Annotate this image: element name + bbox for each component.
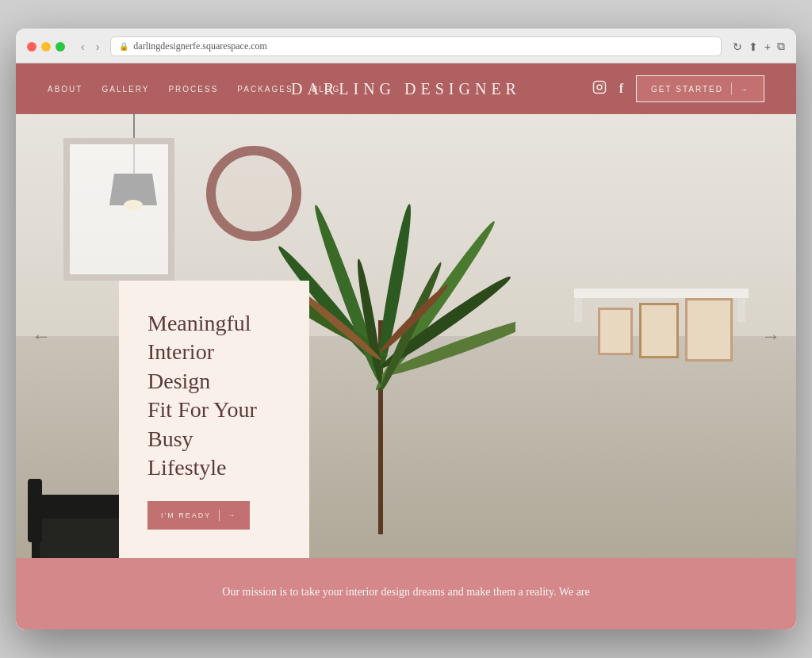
hero-heading-line1: Meaningful (147, 311, 251, 335)
frame-1 (685, 298, 733, 362)
minimize-button[interactable] (41, 42, 51, 52)
site-header: ABOUT GALLERY PROCESS PACKAGES BLOG DARL… (16, 63, 796, 114)
forward-button[interactable]: › (93, 39, 103, 55)
get-started-arrow: → (740, 85, 749, 94)
hero-next-button[interactable]: → (761, 325, 780, 347)
sofa-arm-left (28, 479, 42, 542)
round-mirror (206, 146, 301, 241)
hero-heading-line4: Busy Lifestyle (147, 427, 227, 480)
maximize-button[interactable] (56, 42, 65, 52)
hero-heading-line3: Fit For Your (147, 397, 257, 422)
hero-section: ← → Meaningful Interior Design Fit For Y… (16, 114, 796, 558)
new-tab-button[interactable]: + (764, 40, 771, 53)
nav-gallery[interactable]: GALLERY (102, 85, 149, 94)
duplicate-button[interactable]: ⧉ (777, 40, 785, 53)
shelf-bracket-left (574, 298, 582, 322)
hero-heading-line2: Interior Design (147, 339, 214, 392)
facebook-icon[interactable]: f (619, 82, 623, 96)
get-started-label: GET STARTED (651, 85, 723, 94)
svg-point-1 (597, 85, 602, 90)
im-ready-button[interactable]: I'M READY → (147, 501, 250, 530)
svg-point-2 (602, 83, 603, 85)
nav-process[interactable]: PROCESS (168, 85, 218, 94)
frame-2 (639, 303, 679, 358)
share-button[interactable]: ⬆ (749, 40, 758, 53)
address-bar[interactable]: 🔒 darlingdesignerfe.squarespace.com (110, 36, 721, 56)
lock-icon: 🔒 (119, 42, 128, 51)
shelf-bracket-right (737, 298, 745, 322)
hero-prev-button[interactable]: ← (32, 325, 51, 347)
hero-card: Meaningful Interior Design Fit For Your … (119, 281, 309, 558)
website-content: ABOUT GALLERY PROCESS PACKAGES BLOG DARL… (16, 63, 796, 629)
frame-3 (598, 308, 633, 355)
reload-button[interactable]: ↻ (733, 40, 742, 53)
browser-window: ‹ › 🔒 darlingdesignerfe.squarespace.com … (16, 29, 796, 629)
im-ready-arrow: → (228, 511, 236, 519)
btn-divider (219, 510, 220, 521)
wall-shelf (574, 289, 749, 298)
button-divider (731, 82, 732, 95)
site-title: DARLING DESIGNER (291, 80, 521, 98)
browser-navigation: ‹ › (78, 39, 102, 55)
window (63, 138, 174, 281)
browser-chrome: ‹ › 🔒 darlingdesignerfe.squarespace.com … (16, 29, 796, 63)
mission-section: Our mission is to take your interior des… (16, 558, 796, 629)
url-text: darlingdesignerfe.squarespace.com (133, 40, 267, 52)
instagram-icon[interactable] (592, 80, 607, 98)
nav-packages[interactable]: PACKAGES (237, 85, 293, 94)
traffic-lights (27, 42, 65, 52)
mission-text: Our mission is to take your interior des… (168, 583, 644, 601)
im-ready-label: I'M READY (161, 511, 211, 519)
svg-rect-0 (593, 81, 605, 93)
hero-heading: Meaningful Interior Design Fit For Your … (147, 309, 278, 482)
nav-about[interactable]: ABOUT (48, 85, 82, 94)
back-button[interactable]: ‹ (78, 39, 88, 55)
get-started-button[interactable]: GET STARTED → (636, 75, 764, 102)
nav-right: f GET STARTED → (592, 75, 764, 102)
browser-actions: ↻ ⬆ + ⧉ (733, 40, 785, 53)
close-button[interactable] (27, 42, 36, 52)
